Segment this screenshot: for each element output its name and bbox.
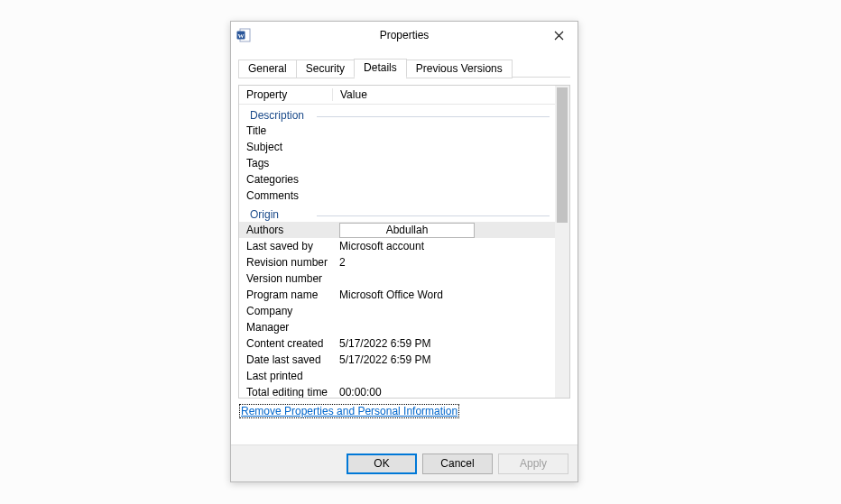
- row-revision-number[interactable]: Revision number 2: [239, 254, 555, 270]
- titlebar: W Properties: [231, 22, 578, 49]
- details-tab-body: Property Value Description Title Subject: [238, 85, 570, 437]
- tab-previous-versions[interactable]: Previous Versions: [406, 60, 513, 78]
- group-origin-label: Origin: [250, 208, 279, 221]
- column-header-property[interactable]: Property: [239, 88, 333, 101]
- row-manager[interactable]: Manager: [239, 319, 555, 335]
- ok-button[interactable]: OK: [347, 454, 417, 474]
- divider: [317, 215, 550, 216]
- prop-label: Total editing time: [239, 386, 332, 398]
- authors-edit-box[interactable]: Abdullah: [339, 223, 475, 238]
- prop-value: Microsoft account: [332, 240, 555, 252]
- row-program-name[interactable]: Program name Microsoft Office Word: [239, 287, 555, 303]
- properties-dialog: W Properties General Security Details Pr…: [230, 21, 578, 482]
- prop-label: Version number: [239, 272, 332, 285]
- prop-label: Date last saved: [239, 353, 332, 366]
- svg-text:W: W: [238, 32, 245, 40]
- group-description: Description: [239, 105, 555, 123]
- row-last-saved-by[interactable]: Last saved by Microsoft account: [239, 238, 555, 254]
- apply-button[interactable]: Apply: [498, 454, 568, 474]
- prop-label: Revision number: [239, 256, 332, 269]
- scrollbar-thumb[interactable]: [557, 87, 568, 223]
- row-last-printed[interactable]: Last printed: [239, 368, 555, 384]
- row-version-number[interactable]: Version number: [239, 270, 555, 287]
- prop-label: Company: [239, 305, 332, 317]
- group-origin: Origin: [239, 204, 555, 222]
- properties-list: Property Value Description Title Subject: [238, 85, 570, 399]
- prop-value: 2: [332, 256, 555, 269]
- prop-label: Content created: [239, 337, 332, 350]
- tab-security[interactable]: Security: [296, 60, 355, 78]
- remove-properties-link-text: Remove Properties and Personal Informati…: [239, 404, 459, 418]
- word-icon: W: [236, 28, 251, 42]
- row-comments[interactable]: Comments: [239, 188, 555, 204]
- prop-label: Subject: [239, 141, 332, 153]
- prop-label: Comments: [239, 189, 332, 202]
- row-total-editing-time[interactable]: Total editing time 00:00:00: [239, 384, 555, 398]
- row-categories[interactable]: Categories: [239, 171, 555, 188]
- remove-properties-link[interactable]: Remove Properties and Personal Informati…: [238, 399, 570, 417]
- close-icon: [554, 31, 564, 41]
- prop-value: 00:00:00: [332, 386, 555, 398]
- prop-value: Abdullah: [332, 223, 555, 238]
- prop-label: Tags: [239, 157, 332, 170]
- divider: [317, 116, 550, 117]
- row-title[interactable]: Title: [239, 123, 555, 139]
- prop-label: Last saved by: [239, 240, 332, 252]
- prop-label: Manager: [239, 321, 332, 334]
- row-date-last-saved[interactable]: Date last saved 5/17/2022 6:59 PM: [239, 352, 555, 368]
- column-header-value[interactable]: Value: [333, 88, 555, 101]
- close-button[interactable]: [540, 22, 578, 49]
- prop-label: Categories: [239, 173, 332, 186]
- list-header: Property Value: [239, 86, 555, 105]
- window-title: Properties: [231, 29, 578, 41]
- dialog-button-row: OK Cancel Apply: [231, 444, 578, 481]
- vertical-scrollbar[interactable]: [555, 86, 569, 398]
- row-tags[interactable]: Tags: [239, 155, 555, 171]
- row-content-created[interactable]: Content created 5/17/2022 6:59 PM: [239, 335, 555, 352]
- tab-details[interactable]: Details: [354, 59, 407, 78]
- prop-label: Last printed: [239, 370, 332, 382]
- prop-value: 5/17/2022 6:59 PM: [332, 337, 555, 350]
- cancel-button[interactable]: Cancel: [422, 454, 493, 474]
- prop-label: Program name: [239, 289, 332, 301]
- group-description-label: Description: [250, 109, 304, 122]
- row-authors[interactable]: Authors Abdullah: [239, 222, 555, 238]
- row-company[interactable]: Company: [239, 303, 555, 319]
- tab-general[interactable]: General: [238, 60, 297, 78]
- prop-label: Title: [239, 124, 332, 137]
- prop-label: Authors: [239, 224, 332, 236]
- tab-strip: General Security Details Previous Versio…: [231, 49, 578, 78]
- prop-value: 5/17/2022 6:59 PM: [332, 353, 555, 366]
- prop-value: Microsoft Office Word: [332, 289, 555, 301]
- row-subject[interactable]: Subject: [239, 139, 555, 155]
